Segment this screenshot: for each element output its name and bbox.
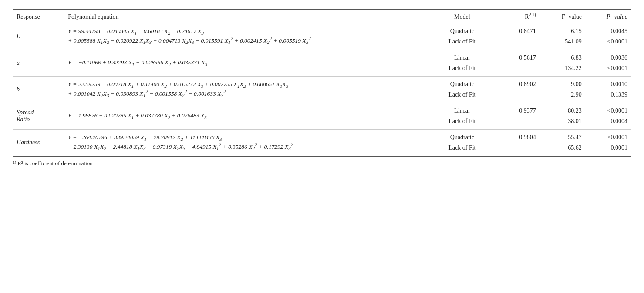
cell-fvalue: 55.47 <box>539 129 585 143</box>
cell-pvalue: 0.0010 <box>585 76 631 90</box>
cell-lof-label: Lack of Fit <box>431 37 494 50</box>
cell-response: b <box>13 76 64 103</box>
cell-lof-r2 <box>494 90 539 103</box>
cell-lof-label: Lack of Fit <box>431 116 494 130</box>
cell-fvalue: 9.00 <box>539 76 585 90</box>
cell-lof-r2 <box>494 143 539 156</box>
table-row: LY = 99.44193 + 0.040345 X1 − 0.60183 X2… <box>13 23 631 37</box>
cell-lof-label: Lack of Fit <box>431 90 494 103</box>
cell-r2: 0.5617 <box>494 50 539 63</box>
cell-pvalue: <0.0001 <box>585 129 631 143</box>
table-row: Spread RatioY = 1.98876 + 0.020785 X1 + … <box>13 103 631 116</box>
cell-response: L <box>13 23 64 50</box>
cell-fvalue: 6.83 <box>539 50 585 63</box>
cell-model: Linear <box>431 50 494 63</box>
cell-model: Quadratic <box>431 76 494 90</box>
cell-fvalue: 80.23 <box>539 103 585 116</box>
cell-lof-pvalue: 0.1339 <box>585 90 631 103</box>
table-row: aY = −0.11966 + 0.32793 X1 + 0.028566 X2… <box>13 50 631 63</box>
cell-lof-fvalue: 2.90 <box>539 90 585 103</box>
cell-pvalue: <0.0001 <box>585 103 631 116</box>
cell-pvalue: 0.0036 <box>585 50 631 63</box>
col-header-fvalue: F−value <box>539 9 585 23</box>
cell-pvalue: 0.0045 <box>585 23 631 37</box>
cell-fvalue: 6.15 <box>539 23 585 37</box>
footnote: ¹⁾ R² is coefficient of determination <box>13 160 631 167</box>
cell-model: Quadratic <box>431 129 494 143</box>
cell-r2: 0.9804 <box>494 129 539 143</box>
table-footer-border <box>13 156 631 157</box>
cell-response: Hardness <box>13 129 64 156</box>
cell-lof-pvalue: <0.0001 <box>585 37 631 50</box>
cell-r2: 0.8902 <box>494 76 539 90</box>
cell-lof-fvalue: 541.09 <box>539 37 585 50</box>
cell-lof-label: Lack of Fit <box>431 143 494 156</box>
cell-response: a <box>13 50 64 76</box>
table-row: HardnessY = −264.20796 + 339.24059 X1 − … <box>13 129 631 143</box>
table-row: bY = 22.59259 − 0.00218 X1 + 0.11400 X2 … <box>13 76 631 90</box>
cell-model: Quadratic <box>431 23 494 37</box>
cell-lof-r2 <box>494 63 539 77</box>
cell-lof-label: Lack of Fit <box>431 63 494 77</box>
cell-lof-fvalue: 38.01 <box>539 116 585 130</box>
cell-lof-pvalue: 0.0001 <box>585 143 631 156</box>
cell-lof-pvalue: <0.0001 <box>585 63 631 77</box>
cell-lof-fvalue: 65.62 <box>539 143 585 156</box>
cell-equation: Y = −0.11966 + 0.32793 X1 + 0.028566 X2 … <box>64 50 431 76</box>
cell-equation: Y = 1.98876 + 0.020785 X1 + 0.037780 X2 … <box>64 103 431 129</box>
cell-equation: Y = 22.59259 − 0.00218 X1 + 0.11400 X2 +… <box>64 76 431 103</box>
cell-equation: Y = −264.20796 + 339.24059 X1 − 29.70912… <box>64 129 431 156</box>
col-header-pvalue: P−value <box>585 9 631 23</box>
col-header-response: Response <box>13 9 64 23</box>
cell-r2: 0.8471 <box>494 23 539 37</box>
col-header-equation: Polynomial equation <box>64 9 431 23</box>
cell-equation: Y = 99.44193 + 0.040345 X1 − 0.60183 X2 … <box>64 23 431 50</box>
cell-response: Spread Ratio <box>13 103 64 129</box>
table-container: Response Polynomial equation Model R2 1)… <box>13 9 631 167</box>
col-header-r2: R2 1) <box>494 9 539 23</box>
cell-r2: 0.9377 <box>494 103 539 116</box>
table-header-row: Response Polynomial equation Model R2 1)… <box>13 9 631 23</box>
col-header-model: Model <box>431 9 494 23</box>
cell-lof-pvalue: 0.0004 <box>585 116 631 130</box>
main-table: Response Polynomial equation Model R2 1)… <box>13 9 631 157</box>
cell-lof-fvalue: 134.22 <box>539 63 585 77</box>
cell-model: Linear <box>431 103 494 116</box>
cell-lof-r2 <box>494 37 539 50</box>
cell-lof-r2 <box>494 116 539 130</box>
